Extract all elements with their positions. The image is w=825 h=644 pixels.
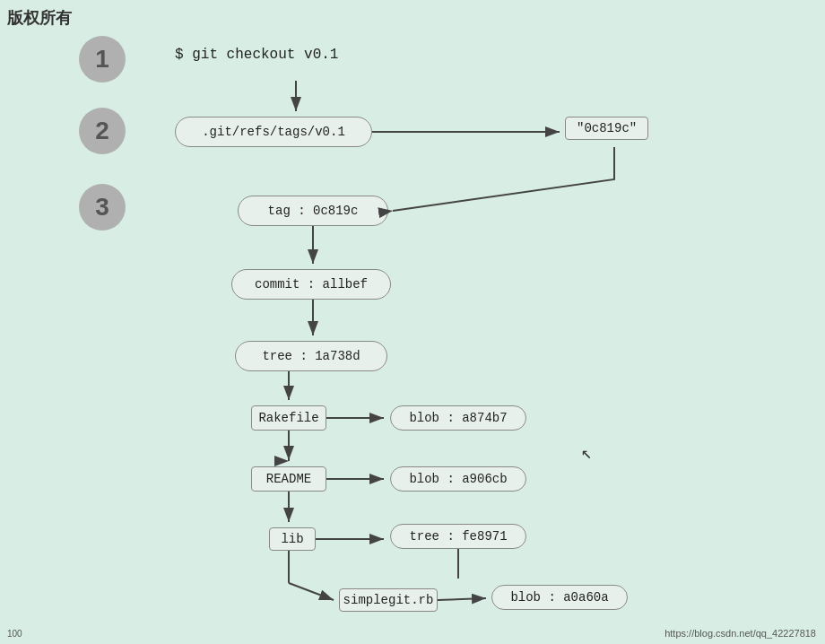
- commit-node: commit : allbef: [231, 269, 391, 300]
- tree-node: tree : 1a738d: [235, 341, 387, 371]
- readme-node: README: [251, 466, 326, 492]
- blob-a874b7-node: blob : a874b7: [390, 405, 526, 431]
- lib-node: lib: [269, 527, 316, 551]
- hash-value-box: "0c819c": [565, 117, 648, 140]
- git-command: $ git checkout v0.1: [175, 47, 338, 63]
- svg-line-16: [289, 583, 334, 600]
- git-refs-node: .git/refs/tags/v0.1: [175, 117, 372, 147]
- watermark: 版权所有: [7, 7, 72, 29]
- rakefile-node: Rakefile: [251, 405, 326, 431]
- simplegit-node: simplegit.rb: [339, 588, 438, 612]
- step-circle-2: 2: [79, 108, 126, 154]
- svg-line-17: [438, 598, 486, 600]
- footer-left: 100: [7, 629, 22, 639]
- blob-a0a60a-node: blob : a0a60a: [491, 585, 628, 610]
- blob-a906cb-node: blob : a906cb: [390, 466, 526, 492]
- step-circle-3: 3: [79, 184, 126, 231]
- step-circle-1: 1: [79, 36, 126, 83]
- tree-fe8971-node: tree : fe8971: [390, 524, 526, 549]
- cursor-icon: ↖: [581, 441, 592, 464]
- tag-node: tag : 0c819c: [238, 196, 388, 226]
- footer-url: https://blog.csdn.net/qq_42227818: [664, 628, 816, 639]
